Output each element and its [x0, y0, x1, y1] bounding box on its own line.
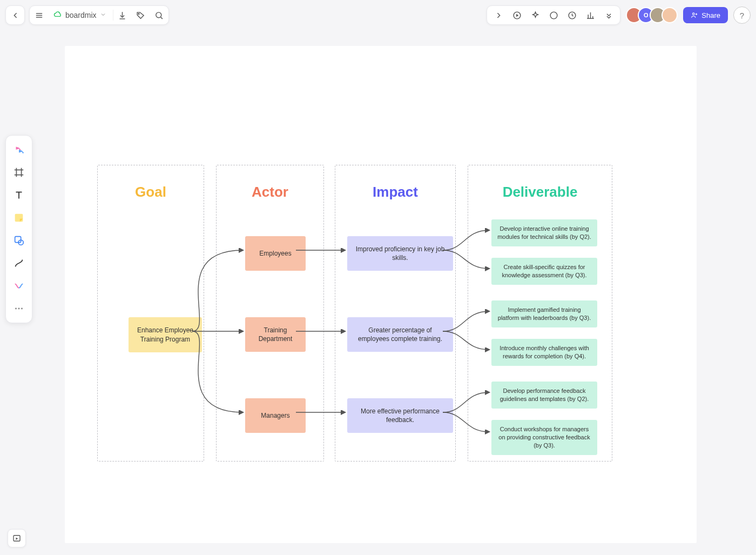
shape-tool-icon[interactable] [9, 230, 29, 251]
search-button[interactable] [150, 6, 168, 24]
tag-button[interactable] [132, 6, 150, 24]
svg-marker-18 [19, 150, 24, 153]
svg-marker-7 [516, 14, 518, 17]
main-toolbar-card: boardmix [29, 5, 169, 25]
lane-goal: Goal [97, 165, 204, 462]
whiteboard-canvas[interactable]: Goal Actor Impact Deliverable Enhance Em… [65, 46, 697, 543]
mindmap-tool-icon[interactable] [9, 275, 29, 297]
minimap-toggle[interactable] [8, 529, 26, 547]
sticky-note-tool-icon[interactable] [9, 207, 29, 229]
svg-point-8 [550, 12, 557, 19]
share-label: Share [701, 11, 720, 19]
svg-point-14 [693, 13, 695, 15]
cloud-sync-icon [53, 10, 62, 21]
lane-title-goal: Goal [98, 184, 204, 200]
comment-button[interactable] [544, 6, 563, 24]
node-deliv-1[interactable]: Create skill-specific quizzes for knowle… [491, 258, 597, 285]
text-tool-icon[interactable] [9, 184, 29, 206]
more-tools-icon[interactable] [9, 298, 29, 319]
history-button[interactable] [563, 6, 581, 24]
lane-title-actor: Actor [217, 184, 323, 200]
share-button[interactable]: Share [683, 7, 728, 23]
lane-title-impact: Impact [335, 184, 455, 200]
chart-button[interactable] [581, 6, 599, 24]
node-deliv-5[interactable]: Conduct workshops for managers on provid… [491, 420, 597, 455]
collaborator-avatars[interactable]: O [626, 7, 678, 23]
menu-button[interactable] [30, 6, 48, 24]
node-actor-managers[interactable]: Managers [245, 398, 306, 433]
svg-line-5 [161, 17, 163, 18]
back-card [5, 5, 25, 25]
chevron-down-icon [100, 11, 106, 19]
help-button[interactable]: ? [733, 6, 751, 24]
svg-point-28 [15, 308, 17, 310]
lane-title-deliverable: Deliverable [468, 184, 612, 200]
svg-marker-32 [16, 538, 18, 540]
node-actor-training[interactable]: Training Department [245, 317, 306, 352]
board-title-dropdown[interactable]: boardmix [48, 6, 113, 24]
node-deliv-2[interactable]: Implement gamified training platform wit… [491, 300, 597, 327]
svg-point-30 [21, 308, 23, 310]
frame-tool-icon[interactable] [9, 162, 29, 183]
svg-rect-26 [15, 237, 21, 243]
play-button[interactable] [508, 6, 526, 24]
board-title: boardmix [65, 11, 97, 19]
node-impact-0[interactable]: Improved proficiency in key job skills. [347, 236, 453, 271]
download-button[interactable] [113, 6, 132, 24]
node-deliv-3[interactable]: Introduce monthly challenges with reward… [491, 339, 597, 366]
expand-right-icon[interactable] [489, 6, 508, 24]
node-deliv-4[interactable]: Develop performance feedback guidelines … [491, 382, 597, 409]
connector-tool-icon[interactable] [9, 252, 29, 274]
node-deliv-0[interactable]: Develop interactive online training modu… [491, 219, 597, 246]
node-actor-employees[interactable]: Employees [245, 236, 306, 271]
svg-rect-25 [15, 214, 23, 222]
sparkle-icon[interactable] [526, 6, 544, 24]
node-impact-1[interactable]: Greater percentage of employees complete… [347, 317, 453, 352]
more-chevron-icon[interactable] [599, 6, 618, 24]
node-goal[interactable]: Enhance Employee Training Program [129, 317, 202, 352]
svg-point-4 [156, 12, 161, 17]
back-button[interactable] [6, 6, 24, 24]
tool-palette [5, 135, 32, 323]
svg-marker-17 [16, 147, 21, 151]
right-toolbar-card [487, 5, 620, 25]
svg-point-29 [18, 308, 20, 310]
share-icon [691, 11, 698, 19]
svg-point-3 [138, 13, 139, 14]
select-tool-icon[interactable] [9, 139, 29, 161]
node-impact-2[interactable]: More effective performance feedback. [347, 398, 453, 433]
